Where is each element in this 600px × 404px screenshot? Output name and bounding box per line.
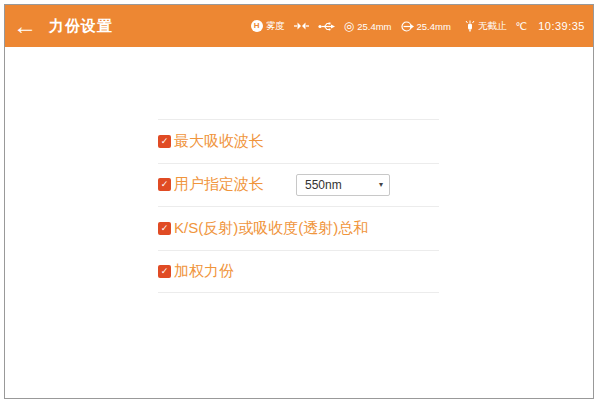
page-title: 力份设置 <box>49 17 113 36</box>
screen: ← 力份设置 H 雾度 <box>0 0 600 404</box>
check-icon: ✓ <box>161 267 169 276</box>
chevron-down-icon: ▾ <box>379 181 383 189</box>
back-button[interactable]: ← <box>5 5 45 47</box>
lens-value: 25.4mm <box>417 21 451 32</box>
status-bar: H 雾度 <box>251 20 593 33</box>
connection-icon <box>294 21 309 31</box>
header-bar: ← 力份设置 H 雾度 <box>5 5 593 47</box>
aperture-status: ◎ 25.4mm <box>344 20 392 32</box>
lens-status: 25.4mm <box>401 21 451 32</box>
back-arrow-icon: ← <box>13 14 37 38</box>
haze-icon: H <box>251 20 263 32</box>
wavelength-dropdown[interactable]: 550nm ▾ <box>296 174 390 196</box>
setting-row-user-wavelength: ✓ 用户指定波长 550nm ▾ <box>158 163 439 207</box>
check-icon: ✓ <box>161 137 169 146</box>
haze-status: H 雾度 <box>251 20 285 33</box>
haze-label: 雾度 <box>266 20 285 33</box>
setting-label: 最大吸收波长 <box>174 132 264 151</box>
setting-label: 加权力份 <box>174 262 234 281</box>
aperture-icon: ◎ <box>344 20 354 32</box>
checkbox-max-absorption[interactable]: ✓ <box>158 135 171 148</box>
setting-label: 用户指定波长 <box>174 175 264 194</box>
wavelength-dropdown-value: 550nm <box>305 178 379 192</box>
uv-status: 无截止 <box>465 20 507 33</box>
strength-settings-list: ✓ 最大吸收波长 ✓ 用户指定波长 550nm ▾ ✓ K/S(反射)或吸收度(… <box>158 119 439 293</box>
app-window: ← 力份设置 H 雾度 <box>4 4 594 399</box>
check-icon: ✓ <box>161 224 169 233</box>
uv-label: 无截止 <box>478 20 507 33</box>
checkbox-user-wavelength[interactable]: ✓ <box>158 178 171 191</box>
clock: 10:39:35 <box>538 20 585 32</box>
uv-lamp-icon <box>465 20 475 32</box>
setting-row-weighted-strength: ✓ 加权力份 <box>158 250 439 294</box>
lens-icon <box>401 21 414 32</box>
setting-label: K/S(反射)或吸收度(透射)总和 <box>174 219 368 238</box>
check-icon: ✓ <box>161 180 169 189</box>
usb-icon <box>318 21 335 32</box>
checkbox-ks-sum[interactable]: ✓ <box>158 222 171 235</box>
setting-row-max-absorption: ✓ 最大吸收波长 <box>158 119 439 163</box>
temp-unit: ℃ <box>515 20 527 32</box>
aperture-value: 25.4mm <box>357 21 391 32</box>
checkbox-weighted-strength[interactable]: ✓ <box>158 265 171 278</box>
setting-row-ks-sum: ✓ K/S(反射)或吸收度(透射)总和 <box>158 206 439 250</box>
